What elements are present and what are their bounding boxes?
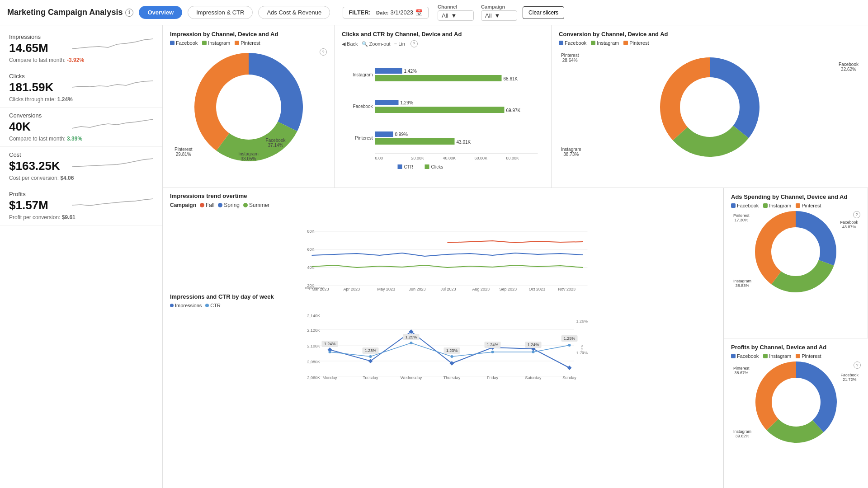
svg-text:Facebook: Facebook	[353, 104, 373, 109]
date-label: Date:	[376, 10, 389, 15]
svg-text:1.25%: 1.25%	[564, 336, 576, 341]
svg-text:Friday: Friday	[487, 375, 499, 380]
svg-text:Nov 2023: Nov 2023	[558, 287, 576, 291]
svg-rect-24	[425, 164, 429, 169]
svg-text:Wednesday: Wednesday	[401, 375, 422, 380]
conversions-compare: 3.39%	[67, 136, 82, 142]
app-title: Marketing Campaign Analysis ℹ	[7, 8, 133, 17]
overview-tab[interactable]: Overview	[139, 6, 182, 19]
impression-ctr-tab[interactable]: Impression & CTR	[188, 6, 253, 19]
svg-text:Monday: Monday	[322, 375, 337, 380]
impressions-sub: Compare to last month: -3.92%	[9, 57, 153, 63]
header: Marketing Campaign Analysis ℹ Overview I…	[0, 0, 868, 25]
back-button[interactable]: ◀ Back	[342, 41, 358, 47]
svg-point-68	[532, 351, 535, 353]
clicks-sub: Clicks through rate: 1.24%	[9, 96, 153, 103]
trend-legend: Campaign Fall Spring Summer	[170, 202, 716, 208]
svg-text:1.29%: 1.29%	[401, 100, 413, 105]
clicks-ctr-title: Clicks and CTR by Channel, Device and Ad	[342, 31, 544, 38]
question-icon[interactable]: ?	[853, 211, 860, 218]
profits-value: $1.57M	[9, 198, 48, 212]
conversion-donut-section: Conversion by Channel, Device and Ad Fac…	[552, 25, 868, 188]
calendar-icon[interactable]: 📅	[415, 9, 423, 16]
question-icon[interactable]: ?	[320, 48, 327, 56]
svg-text:Clicks: Clicks	[431, 164, 443, 169]
question-icon[interactable]: ?	[410, 40, 418, 47]
clear-slicers-button[interactable]: Clear slicers	[523, 6, 564, 19]
dropdown-group: Channel All ▼ Campaign All ▼	[438, 4, 517, 21]
channel-select[interactable]: All ▼	[438, 10, 474, 21]
impression-donut-section: Impression by Channel, Device and Ad Fac…	[163, 25, 335, 188]
conversion-donut-chart	[660, 57, 760, 157]
dow-legend: Impressions CTR	[170, 303, 716, 308]
svg-rect-14	[375, 138, 455, 145]
svg-text:1.24%: 1.24%	[487, 343, 499, 347]
svg-text:Instagram: Instagram	[353, 72, 373, 77]
svg-point-93	[772, 378, 821, 427]
svg-point-64	[369, 355, 372, 358]
profits-label: Profits	[9, 191, 48, 197]
channel-value: All	[442, 12, 448, 19]
ads-cost-revenue-tab[interactable]: Ads Cost & Revenue	[258, 6, 330, 19]
svg-text:CTR: CTR	[404, 164, 414, 169]
svg-marker-62	[567, 366, 572, 370]
ads-spending-chart	[755, 211, 836, 292]
trend-section: Impressions trend overtime Campaign Fall…	[163, 188, 723, 488]
conversion-donut-legend: Facebook Instagram Pinterest	[559, 40, 861, 46]
right-donuts: Ads Spending by Channel, Device and Ad F…	[723, 188, 868, 488]
date-value[interactable]: 3/1/2023	[391, 9, 414, 16]
profits-donut-title: Profits by Channel, Device and Ad	[731, 344, 861, 351]
profits-donut-legend: Facebook Instagram Pinterest	[731, 353, 861, 359]
impressions-compare: -3.92%	[67, 57, 84, 63]
clicks-metric: Clicks 181.59K Clicks through rate: 1.24…	[0, 68, 162, 108]
channel-dropdown: Channel All ▼	[438, 4, 474, 21]
chart-controls: ◀ Back 🔍 Zoom-out ≡ Lin ?	[342, 40, 544, 47]
svg-point-0	[216, 75, 281, 140]
impression-donut-title: Impression by Channel, Device and Ad	[170, 31, 327, 38]
lin-button[interactable]: ≡ Lin	[394, 41, 405, 47]
cost-metric: Cost $163.25K Cost per conversion: $4.06	[0, 147, 162, 186]
svg-rect-10	[375, 75, 502, 81]
conversions-metric: Conversions 40K Compare to last month: 3…	[0, 108, 162, 147]
svg-point-26	[680, 77, 740, 137]
svg-text:Oct 2023: Oct 2023	[529, 287, 546, 291]
conversions-value: 40K	[9, 120, 42, 134]
campaign-select[interactable]: All ▼	[481, 10, 517, 21]
right-panel: Impression by Channel, Device and Ad Fac…	[163, 25, 868, 488]
clicks-ctr-chart: Instagram Facebook Pinterest 1.42% 1.29%…	[342, 49, 544, 171]
cost-value: $163.25K	[9, 159, 60, 173]
channel-label: Channel	[438, 4, 474, 9]
svg-text:1.23%: 1.23%	[446, 348, 458, 353]
svg-text:1.42%: 1.42%	[404, 69, 417, 74]
campaign-dropdown: Campaign All ▼	[481, 4, 517, 21]
bottom-charts-row: Impressions trend overtime Campaign Fall…	[163, 188, 868, 488]
svg-rect-12	[375, 107, 505, 113]
cost-per-conversion: $4.06	[60, 175, 74, 181]
conversions-sub: Compare to last month: 3.39%	[9, 136, 153, 142]
svg-text:68.61K: 68.61K	[504, 76, 518, 81]
svg-rect-8	[375, 131, 393, 137]
svg-point-66	[451, 355, 453, 358]
svg-text:2,060K: 2,060K	[307, 375, 321, 380]
svg-text:2,080K: 2,080K	[307, 360, 321, 364]
campaign-label: Campaign	[481, 4, 517, 9]
zoom-out-button[interactable]: 🔍 Zoom-out	[362, 41, 391, 47]
svg-rect-22	[398, 164, 402, 169]
question-icon[interactable]: ?	[854, 361, 861, 369]
info-icon[interactable]: ℹ	[125, 9, 133, 17]
left-panel: Impressions 14.65M Compare to last month…	[0, 25, 163, 488]
svg-text:80.00K: 80.00K	[506, 156, 519, 160]
svg-point-65	[410, 342, 413, 344]
profits-sparkline	[72, 192, 153, 211]
svg-text:Sep 2023: Sep 2023	[500, 287, 517, 291]
dow-title: Impressions and CTR by day of week	[170, 293, 716, 300]
svg-text:1.24%: 1.24%	[528, 343, 539, 347]
svg-text:60.00K: 60.00K	[475, 156, 488, 160]
svg-text:Jul 2023: Jul 2023	[441, 287, 456, 291]
conversions-sparkline	[72, 114, 153, 132]
svg-text:2,100K: 2,100K	[307, 344, 321, 348]
conversions-label: Conversions	[9, 112, 42, 119]
svg-text:69.97K: 69.97K	[506, 108, 521, 113]
svg-text:Thursday: Thursday	[443, 375, 461, 380]
impressions-sparkline	[72, 35, 153, 53]
